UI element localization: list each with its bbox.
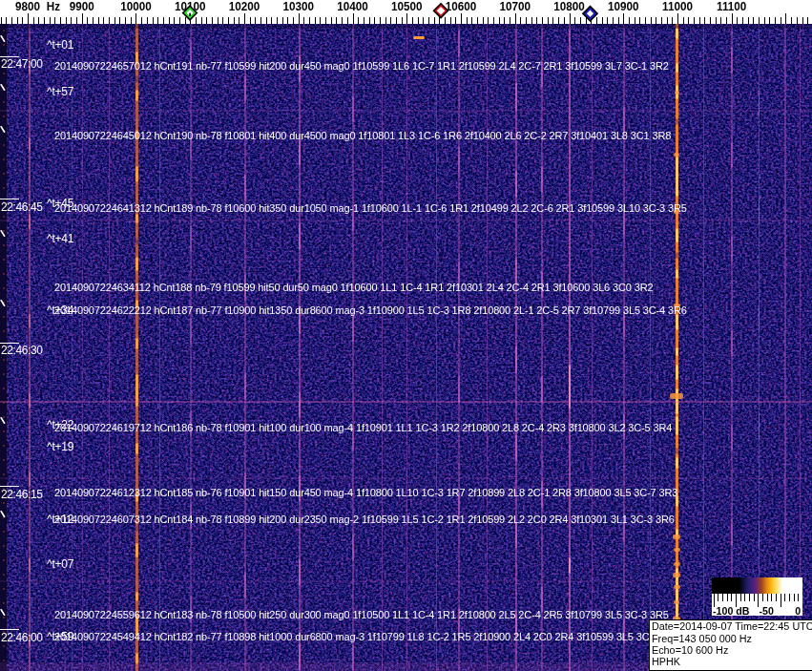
svg-text:Date=2014-09-07 Time=22:45 UTC: Date=2014-09-07 Time=22:45 UTC (652, 620, 812, 632)
svg-text:0: 0 (795, 607, 801, 616)
svg-text:Echo=10 600 Hz: Echo=10 600 Hz (652, 644, 728, 656)
svg-text:-100 dB: -100 dB (713, 607, 750, 616)
svg-text:HPHK: HPHK (652, 656, 681, 667)
svg-text:-50: -50 (759, 607, 773, 616)
svg-text:Freq=143 050 000 Hz: Freq=143 050 000 Hz (652, 633, 752, 644)
